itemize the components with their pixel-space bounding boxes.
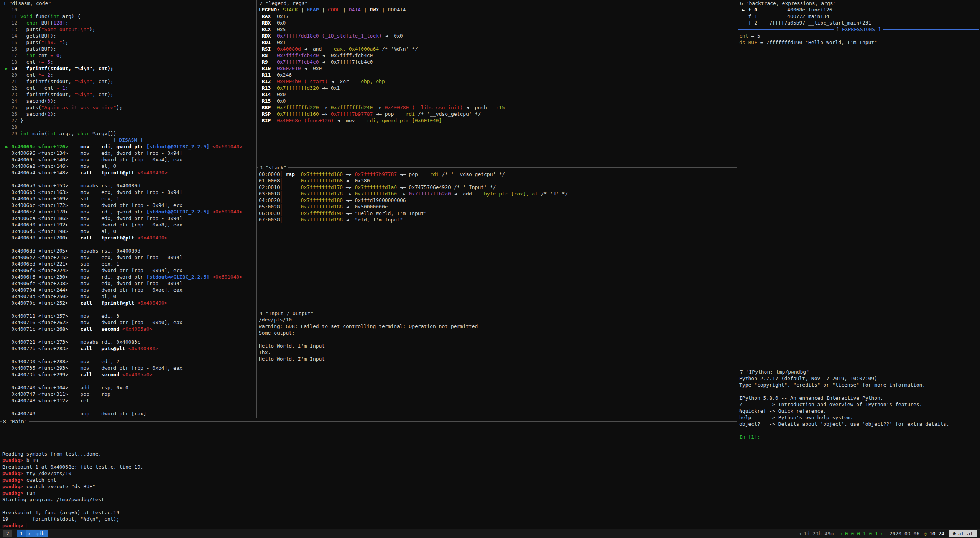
disasm-section-divider: [ DISASM ] <box>1 137 255 143</box>
terminal-line: 05:0028│ 0x7fffffffd188 ◄— 0x50000000e <box>259 203 737 210</box>
terminal-line: 0x4006a9 <func+153> movabs rsi, 0x40080d <box>2 182 256 189</box>
pane-backtrace-expressions[interactable]: 6 "backtrace, expressions, args" ► f 0 4… <box>737 0 980 369</box>
terminal-line: 0x400716 <func+262> mov dword ptr [rbp -… <box>2 319 256 326</box>
terminal-line: 0x400711 <func+257> mov edi, 3 <box>2 313 256 319</box>
pane-legend-registers[interactable]: 2 "legend, regs" LEGEND: STACK | HEAP | … <box>257 0 737 164</box>
date-display: 2020-03-06 <box>890 530 919 537</box>
pane-ipython-title-bar: 7 "IPython: tmp/pwndbg" <box>737 369 980 375</box>
ipython-console-listing[interactable]: Python 2.7.17 (default, Nov 7 2019, 10:0… <box>737 375 980 440</box>
backtrace-frames-listing: ► f 0 40068e func+126 f 1 400772 main+34… <box>737 7 980 26</box>
terminal-line: RDI 0x1 <box>259 39 737 46</box>
pane-title-label: 8 "Main" <box>2 418 29 425</box>
expressions-section-label: [ EXPRESSIONS ] <box>834 26 883 33</box>
pane-ipython[interactable]: 7 "IPython: tmp/pwndbg" Python 2.7.17 (d… <box>737 369 980 529</box>
terminal-line: pwndbg> run <box>2 490 737 496</box>
terminal-line: 0x4006dd <func+205> movabs rsi, 0x40080d <box>2 248 256 254</box>
status-bar-right: ↑1d 23h 49m ‹0.0 0.1 0.1› 2020-03-06 ◷10… <box>799 530 977 537</box>
expressions-listing: cnt = 5ds BUF = 7fffffffd190 "Hello Worl… <box>737 33 980 46</box>
terminal-line: pwndbg> █ <box>2 522 737 529</box>
gdb-console-listing[interactable]: Reading symbols from test...done.pwndbg>… <box>0 425 737 529</box>
terminal-line: f 1 400772 main+34 <box>739 13 980 20</box>
pane-title-label: 3 "stack" <box>258 164 288 171</box>
terminal-line: Thx. <box>259 349 737 356</box>
tmux-session-badge[interactable]: 2 <box>3 530 12 537</box>
terminal-line <box>2 241 256 248</box>
terminal-line: R11 0x246 <box>259 72 737 78</box>
terminal-line: 0x400749 nop dword ptr [rax] <box>2 410 256 417</box>
terminal-line: pwndbg> cwatch cnt <box>2 477 737 483</box>
uptime-indicator: ↑1d 23h 49m <box>799 530 834 537</box>
terminal-line <box>2 425 737 431</box>
terminal-line: LEGEND: STACK | HEAP | CODE | DATA | RWX… <box>259 7 737 13</box>
terminal-line: 11 void func(int arg) { <box>2 13 256 20</box>
terminal-line: RSP 0x7fffffffd160 —▸ 0x7ffff7b97787 ◄— … <box>259 111 737 117</box>
terminal-line: R8 0x7ffff7fcb4c0 ◄— 0x7ffff7fcb4c0 <box>259 52 737 59</box>
terminal-line: 26 second(2); <box>2 111 256 117</box>
terminal-line: Breakpoint 1 at 0x40068e: file test.c, l… <box>2 464 737 470</box>
terminal-line: 04:0020│ 0x7fffffffd180 ◄— 0xfffd1900000… <box>259 197 737 203</box>
terminal-line: Reading symbols from test...done. <box>2 451 737 457</box>
terminal-line: ? -> Introduction and overview of IPytho… <box>739 401 980 408</box>
terminal-line: In [1]: <box>739 434 980 440</box>
hostname-display: ☻at-at <box>949 530 977 537</box>
terminal-line <box>739 427 980 434</box>
terminal-line: R9 0x7ffff7fcb4c0 ◄— 0x7ffff7fcb4c0 <box>259 59 737 65</box>
load-values: 0.0 0.1 0.1 <box>845 531 878 536</box>
stack-listing: 00:0000│ rsp 0x7fffffffd160 —▸ 0x7ffff7b… <box>257 171 737 223</box>
pane-backtrace-title-bar: 6 "backtrace, expressions, args" <box>737 0 980 7</box>
terminal-line: 0x4006d8 <func+200> call fprintf@plt <0x… <box>2 235 256 241</box>
terminal-line <box>2 378 256 384</box>
terminal-line: R10 0x602010 ◄— 0x0 <box>259 65 737 72</box>
registers-listing: LEGEND: STACK | HEAP | CODE | DATA | RWX… <box>257 7 737 124</box>
pane-regs-title-bar: 2 "legend, regs" <box>257 0 737 7</box>
terminal-line: pwndbg> cwatch execute "ds BUF" <box>2 483 737 490</box>
terminal-line: 0x4006b3 <func+163> mov ecx, dword ptr [… <box>2 189 256 195</box>
terminal-line: R13 0x7fffffffd320 ◄— 0x1 <box>259 85 737 91</box>
terminal-line: 12 char BUF[128]; <box>2 20 256 26</box>
up-arrow-icon: ↑ <box>799 531 802 536</box>
terminal-line: RSI 0x40080d ◄— and eax, 0x4f000a64 /* '… <box>259 46 737 52</box>
pane-main-gdb-console[interactable]: 8 "Main" Reading symbols from test...don… <box>0 418 737 529</box>
uptime-value: 1d 23h 49m <box>804 531 834 536</box>
terminal-line: 0x400735 <func+293> mov dword ptr [rbp -… <box>2 365 256 371</box>
pane-disasm-code[interactable]: 1 "disasm, code" 10 11 void func(int arg… <box>0 0 256 418</box>
terminal-line: 28 <box>2 124 256 130</box>
tmux-window-tab-gdb[interactable]: 1›gdb <box>17 530 48 537</box>
load-average: ‹0.0 0.1 0.1› <box>838 530 885 537</box>
chevron-left-icon: ‹ <box>840 531 843 536</box>
terminal-line: 21 fprintf(stdout, "%d\n", cnt); <box>2 78 256 85</box>
pane-title-label: 7 "IPython: tmp/pwndbg" <box>738 369 811 375</box>
terminal-line: R15 0x0 <box>259 98 737 104</box>
clock-icon: ◷ <box>924 531 927 536</box>
program-output-listing: /dev/pts/10warning: GDB: Failed to set c… <box>257 317 737 362</box>
pane-title-label: 6 "backtrace, expressions, args" <box>738 0 837 7</box>
chevron-right-icon: › <box>880 531 883 536</box>
terminal-line: 0x40070a <func+250> mov al, 0 <box>2 293 256 300</box>
terminal-line: 0x4006c2 <func+178> mov rdi, qword ptr [… <box>2 208 256 215</box>
terminal-line: 0x40070c <func+252> call fprintf@plt <0x… <box>2 300 256 306</box>
terminal-line: 0x400696 <func+134> mov edx, dword ptr [… <box>2 150 256 156</box>
source-code-listing: 10 11 void func(int arg) { 12 char BUF[1… <box>0 7 256 137</box>
terminal-line: help -> Python's own help system. <box>739 414 980 421</box>
terminal-line: 0x400704 <func+244> mov dword ptr [rbp -… <box>2 287 256 293</box>
terminal-line: RIP 0x40068e (func+126) ◄— mov rdi, qwor… <box>259 117 737 124</box>
pane-input-output[interactable]: 4 "Input / Output" /dev/pts/10warning: G… <box>257 310 737 418</box>
terminal-line: 23 fprintf(stdout, "%d\n", cnt); <box>2 91 256 98</box>
terminal-line: 24 second(3); <box>2 98 256 104</box>
terminal-line: Python 2.7.17 (default, Nov 7 2019, 10:0… <box>739 375 980 382</box>
terminal-line: warning: GDB: Failed to set controlling … <box>259 323 737 330</box>
terminal-line: 15 puts("Thx. "); <box>2 39 256 46</box>
pane-stack[interactable]: 3 "stack" 00:0000│ rsp 0x7fffffffd160 —▸… <box>257 164 737 310</box>
terminal-line: 07:0038│ 0x7fffffffd198 ◄— "rld, I'm Inp… <box>259 217 737 223</box>
terminal-line: RBX 0x0 <box>259 20 737 26</box>
terminal-line: 25 puts("Again as it was so nice"); <box>2 104 256 111</box>
terminal-line: Type "copyright", "credits" or "license"… <box>739 382 980 388</box>
terminal-line: 20 cnt *= 2; <box>2 72 256 78</box>
terminal-line: RBP 0x7fffffffd220 —▸ 0x7fffffffd240 —▸ … <box>259 104 737 111</box>
terminal-line: ds BUF = 7fffffffd190 "Hello World, I'm … <box>739 39 980 46</box>
time-display: ◷10:24 <box>924 530 944 537</box>
terminal-line: 06:0030│ 0x7fffffffd190 ◄— "Hello World,… <box>259 210 737 217</box>
terminal-line: RCX 0x5 <box>259 26 737 33</box>
chevron-right-icon: › <box>26 530 32 537</box>
terminal-line <box>2 176 256 182</box>
